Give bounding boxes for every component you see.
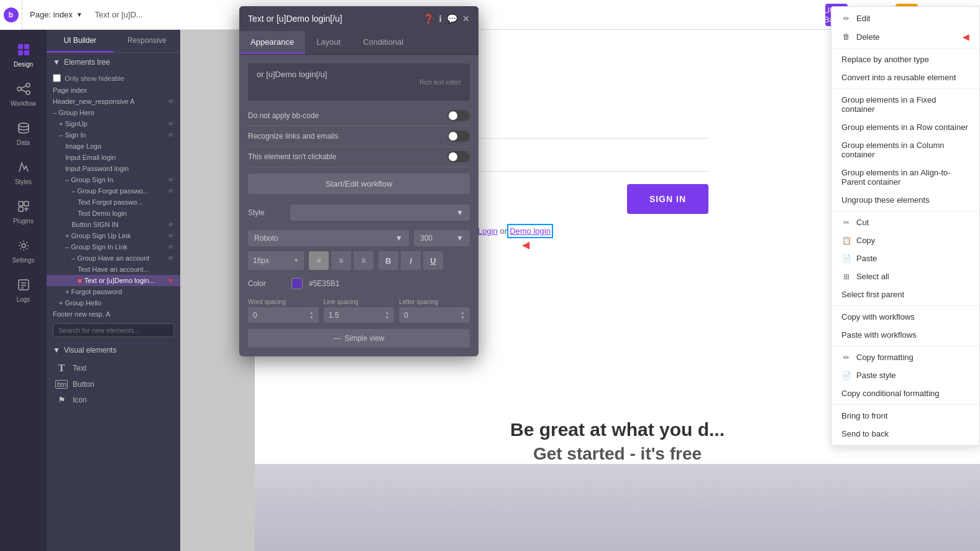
color-swatch[interactable] bbox=[291, 278, 303, 289]
sidebar-item-plugins[interactable]: Plugins bbox=[0, 192, 47, 231]
panel-tab-ui-builder[interactable]: UI Builder bbox=[47, 30, 114, 52]
toggle-recognize-links-switch[interactable] bbox=[447, 131, 470, 142]
word-down-arrow[interactable]: ▼ bbox=[309, 315, 314, 320]
line-spacing-input[interactable]: 1.5 ▲ ▼ bbox=[324, 307, 395, 323]
font-size-select[interactable]: 300 ▼ bbox=[414, 230, 470, 246]
design-icon bbox=[15, 41, 32, 58]
ctx-ungroup[interactable]: Ungroup these elements bbox=[831, 191, 979, 209]
visual-element-text[interactable]: T Text bbox=[47, 359, 180, 377]
svg-line-8 bbox=[21, 90, 26, 92]
sidebar-item-settings[interactable]: Settings bbox=[0, 231, 47, 270]
ctx-select-all[interactable]: ⊞ Select all bbox=[831, 267, 979, 285]
italic-button[interactable]: I bbox=[401, 251, 421, 270]
only-show-hideable-row[interactable]: Only show hideable bbox=[47, 72, 180, 85]
tree-item-sign-in[interactable]: – Sign In 👁 bbox=[47, 129, 180, 141]
chat-icon[interactable]: 💬 bbox=[447, 14, 457, 24]
line-down-arrow[interactable]: ▼ bbox=[385, 315, 389, 320]
toggle-bb-code-switch[interactable] bbox=[447, 110, 470, 121]
toggle-not-clickable-switch[interactable] bbox=[447, 151, 470, 162]
tree-item-text-forgot[interactable]: Text Forgot passwo... bbox=[47, 197, 180, 208]
ctx-paste-workflows[interactable]: Paste with workflows bbox=[831, 326, 979, 344]
line-up-arrow[interactable]: ▲ bbox=[385, 310, 389, 315]
tree-item-group-hero[interactable]: – Group Hero bbox=[47, 107, 180, 118]
ctx-paste[interactable]: 📄 Paste bbox=[831, 249, 979, 267]
demo-login-text-link[interactable]: Demo login bbox=[510, 226, 551, 236]
bold-button[interactable]: B bbox=[378, 251, 398, 270]
sidebar-item-workflow[interactable]: Workflow bbox=[0, 74, 47, 113]
ctx-cut[interactable]: ✂ Cut bbox=[831, 213, 979, 231]
tree-item-group-signin-link[interactable]: – Group Sign In Link 👁 bbox=[47, 241, 180, 252]
panel-tab-responsive[interactable]: Responsive bbox=[114, 30, 181, 52]
sidebar-item-logs[interactable]: Logs bbox=[0, 270, 47, 309]
help-icon[interactable]: ❓ bbox=[423, 14, 434, 24]
only-show-hideable-checkbox[interactable] bbox=[53, 74, 61, 82]
ctx-group-column[interactable]: Group elements in a Column container bbox=[831, 136, 979, 164]
style-dropdown[interactable]: ▼ bbox=[290, 205, 470, 221]
tree-item-group-have-account[interactable]: – Group Have an account 👁 bbox=[47, 252, 180, 264]
tree-item-group-sign-in[interactable]: – Group Sign In 👁 bbox=[47, 174, 180, 185]
letter-up-arrow[interactable]: ▲ bbox=[460, 310, 465, 315]
sign-in-button[interactable]: SIGN IN bbox=[627, 184, 708, 214]
sidebar-item-data[interactable]: Data bbox=[0, 113, 47, 152]
font-size-px-select[interactable]: 16px ▼ bbox=[248, 251, 304, 270]
tree-item-button-signin[interactable]: Button SIGN IN 👁 bbox=[47, 219, 180, 230]
modal-tab-conditional[interactable]: Conditional bbox=[352, 31, 414, 54]
letter-down-arrow[interactable]: ▼ bbox=[460, 315, 465, 320]
ctx-group-align[interactable]: Group elements in an Align-to-Parent con… bbox=[831, 164, 979, 191]
sidebar-item-design[interactable]: Design bbox=[0, 35, 47, 74]
tree-item-text-have-account[interactable]: Text Have an account... bbox=[47, 264, 180, 275]
tree-item-input-password[interactable]: Input Password login bbox=[47, 163, 180, 174]
ctx-paste-style[interactable]: 📄 Paste style bbox=[831, 366, 979, 384]
tree-item-group-forgot[interactable]: – Group Forgot passwo... 👁 bbox=[47, 185, 180, 197]
ctx-select-first-parent[interactable]: Select first parent bbox=[831, 285, 979, 303]
tree-item-group-hello[interactable]: + Group Hello bbox=[47, 297, 180, 308]
ctx-send-to-back[interactable]: Send to back bbox=[831, 425, 979, 443]
tree-item-forgot-password[interactable]: + Forgot password bbox=[47, 286, 180, 297]
simple-view-button[interactable]: — Simple view bbox=[248, 329, 470, 348]
word-up-arrow[interactable]: ▲ bbox=[309, 310, 314, 315]
tree-item-input-email[interactable]: Input Email login bbox=[47, 152, 180, 163]
visual-element-icon[interactable]: ⚑ Icon bbox=[47, 392, 180, 408]
page-selector[interactable]: Page: index ▼ bbox=[22, 10, 90, 19]
letter-spacing-input[interactable]: 0 ▲ ▼ bbox=[399, 307, 470, 323]
align-left-button[interactable]: ≡ bbox=[309, 251, 329, 270]
tree-item-group-signup-link[interactable]: + Group Sign Up Link 👁 bbox=[47, 230, 180, 241]
align-right-button[interactable]: ≡ bbox=[354, 251, 373, 270]
modal-tab-layout[interactable]: Layout bbox=[305, 31, 352, 54]
tree-item-text-demo[interactable]: Text Demo login bbox=[47, 208, 180, 219]
ctx-copy-conditional[interactable]: Copy conditional formatting bbox=[831, 384, 979, 402]
logo-mark: b bbox=[4, 7, 19, 22]
font-select[interactable]: Roboto ▼ bbox=[248, 230, 409, 246]
ctx-copy[interactable]: 📋 Copy bbox=[831, 231, 979, 249]
sidebar-item-styles[interactable]: Styles bbox=[0, 152, 47, 192]
breadcrumb: Text or [u]D... bbox=[90, 10, 148, 19]
tree-item-header[interactable]: Header_new_responsive A 👁 bbox=[47, 96, 180, 107]
visual-element-button[interactable]: btn Button bbox=[47, 377, 180, 392]
eye-icon-signin: 👁 bbox=[168, 132, 174, 139]
modal-tab-appearance[interactable]: Appearance bbox=[239, 31, 305, 54]
info-icon[interactable]: ℹ bbox=[439, 14, 442, 24]
ctx-group-row[interactable]: Group elements in a Row container bbox=[831, 118, 979, 136]
tree-item-image-logo[interactable]: Image Logo bbox=[47, 141, 180, 152]
tree-item-signup[interactable]: + SignUp 👁 bbox=[47, 118, 180, 129]
login-link[interactable]: Login bbox=[478, 226, 498, 236]
ctx-replace[interactable]: Replace by another type bbox=[831, 50, 979, 68]
ctx-edit[interactable]: ✏ Edit bbox=[831, 9, 979, 27]
align-center-button[interactable]: ≡ bbox=[331, 251, 351, 270]
ctx-copy-formatting[interactable]: ✏ Copy formatting bbox=[831, 348, 979, 366]
ctx-convert-reusable[interactable]: Convert into a reusable element bbox=[831, 68, 979, 86]
ctx-bring-to-front[interactable]: Bring to front bbox=[831, 407, 979, 425]
color-label: Color bbox=[248, 279, 285, 288]
tree-item-footer[interactable]: Footer new resp. A bbox=[47, 308, 180, 320]
workflow-button[interactable]: Start/Edit workflow bbox=[248, 174, 470, 194]
ctx-delete[interactable]: 🗑 Delete ◀ bbox=[831, 27, 979, 46]
tree-item-text-demo-login[interactable]: ■ Text or [u]Demo login... 👁 bbox=[47, 275, 180, 286]
underline-button[interactable]: U bbox=[423, 251, 443, 270]
text-preview-box[interactable]: or [u]Demo login[/u] Rich text editor bbox=[248, 63, 470, 101]
search-input[interactable] bbox=[53, 323, 174, 337]
close-icon[interactable]: ✕ bbox=[462, 14, 470, 24]
ctx-group-fixed[interactable]: Group elements in a Fixed container bbox=[831, 91, 979, 118]
word-spacing-input[interactable]: 0 ▲ ▼ bbox=[248, 307, 319, 323]
ctx-copy-workflows[interactable]: Copy with workflows bbox=[831, 308, 979, 326]
tree-item-page-index[interactable]: Page index bbox=[47, 85, 180, 96]
